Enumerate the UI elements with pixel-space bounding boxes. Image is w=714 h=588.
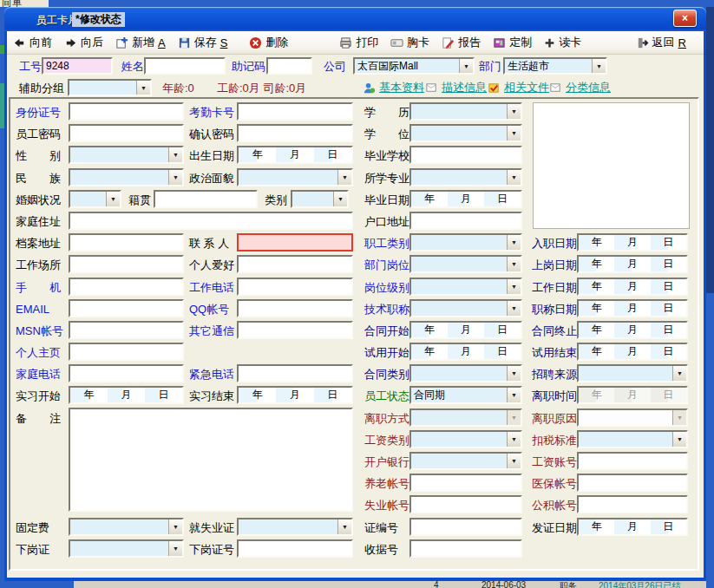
empno-input[interactable] — [42, 57, 113, 75]
date-part: 年 — [579, 301, 614, 316]
tab-basic-info[interactable]: 基本资料 — [363, 80, 424, 95]
chevron-down-icon: ▼ — [507, 257, 521, 271]
fixedfee-dropdown[interactable]: ▼ — [69, 518, 184, 536]
workphone-input[interactable] — [237, 278, 353, 296]
chevron-down-icon: ▼ — [507, 104, 521, 119]
remark-textarea[interactable] — [69, 408, 353, 512]
confirmpwd-input[interactable] — [237, 124, 353, 142]
fundacct-input[interactable] — [577, 495, 688, 513]
political-dropdown[interactable]: ▼ — [237, 168, 353, 186]
msn-input[interactable] — [69, 321, 184, 339]
leavereason-label: 离职原因 — [532, 411, 577, 426]
emergphone-input[interactable] — [237, 364, 353, 382]
salaryacct-input[interactable] — [577, 452, 688, 470]
degree-dropdown[interactable]: ▼ — [409, 124, 522, 142]
badge-button[interactable]: 胸卡 — [390, 35, 429, 50]
contractcat-dropdown[interactable]: ▼ — [409, 364, 522, 382]
save-button[interactable]: 保存S — [178, 35, 228, 50]
contractstart-date[interactable]: 年月日 — [409, 321, 522, 339]
aux-group-value — [69, 81, 136, 95]
aux-group-dropdown[interactable]: ▼ — [68, 79, 152, 96]
close-button[interactable]: × — [673, 10, 697, 27]
medicalacct-input[interactable] — [577, 474, 688, 492]
prev-button[interactable]: 向前 — [13, 35, 52, 50]
major-dropdown[interactable]: ▼ — [409, 168, 522, 186]
homephone-input[interactable] — [69, 364, 184, 382]
titledate-date[interactable]: 年月日 — [577, 299, 688, 317]
add-button[interactable]: 新增A — [115, 35, 166, 50]
name-input[interactable] — [144, 57, 226, 75]
category-dropdown[interactable]: ▼ — [291, 190, 349, 208]
empcat-dropdown[interactable]: ▼ — [409, 233, 522, 252]
fileaddr-input[interactable] — [69, 233, 184, 252]
empstatus-dropdown[interactable]: 合同期▼ — [409, 386, 522, 404]
unempcert-dropdown[interactable]: ▼ — [237, 518, 353, 536]
recruitsrc-dropdown[interactable]: ▼ — [577, 364, 688, 382]
edu-dropdown[interactable]: ▼ — [409, 102, 522, 121]
pension-input[interactable] — [409, 474, 522, 492]
workdate-date[interactable]: 年月日 — [577, 278, 688, 296]
unempacct-input[interactable] — [409, 495, 522, 513]
chevron-down-icon: ▼ — [507, 454, 521, 468]
othercomm-input[interactable] — [237, 321, 353, 339]
idcard-input[interactable] — [69, 102, 184, 121]
homeaddr-input[interactable] — [69, 212, 353, 230]
tab-classification[interactable]: 分类信息 — [549, 80, 611, 95]
trialend-date[interactable]: 年月日 — [577, 343, 688, 361]
birthdate-date[interactable]: 年月日 — [237, 146, 353, 164]
readcard-button[interactable]: 读卡 — [544, 35, 581, 50]
issuedate-date[interactable]: 年月日 — [577, 518, 688, 536]
graddate-date[interactable]: 年月日 — [409, 190, 522, 208]
add-icon — [115, 36, 128, 49]
qq-input[interactable] — [237, 299, 353, 317]
layoffcert-dropdown[interactable]: ▼ — [69, 539, 184, 558]
delete-button[interactable]: 删除 — [249, 35, 288, 50]
tab-description[interactable]: 描述信息 — [425, 80, 487, 95]
layoffno-input[interactable] — [237, 539, 353, 558]
attcard-input[interactable] — [237, 102, 353, 121]
techtitle-value — [411, 301, 507, 316]
ondutydate-date[interactable]: 年月日 — [577, 255, 688, 273]
techtitle-dropdown[interactable]: ▼ — [409, 299, 522, 317]
internstart-date[interactable]: 年月日 — [69, 386, 184, 404]
workplace-input[interactable] — [69, 255, 184, 273]
print-button[interactable]: 打印 — [339, 35, 378, 50]
homepage-input[interactable] — [69, 343, 184, 361]
dept-dropdown[interactable]: 生活超市▼ — [503, 57, 607, 75]
mnemonic-input[interactable] — [266, 57, 312, 75]
mobile-input[interactable] — [69, 278, 184, 296]
deptpos-dropdown[interactable]: ▼ — [409, 255, 522, 273]
receiptno-input[interactable] — [409, 539, 522, 558]
hukou-input[interactable] — [409, 212, 522, 230]
bank-dropdown[interactable]: ▼ — [409, 452, 522, 470]
emppwd-input[interactable] — [69, 124, 184, 142]
next-button[interactable]: 向后 — [64, 35, 103, 50]
homeaddr-label: 家庭住址 — [16, 214, 61, 229]
internstart-label: 实习开始 — [16, 389, 61, 403]
email-input[interactable] — [69, 299, 184, 317]
hobby-input[interactable] — [237, 255, 353, 273]
salarycat-dropdown[interactable]: ▼ — [409, 430, 522, 448]
fundacct-label: 公积帐号 — [532, 498, 577, 513]
back-button[interactable]: 返回R — [636, 35, 686, 50]
custom-button[interactable]: 定制 — [493, 35, 532, 50]
school-input[interactable] — [409, 146, 522, 164]
marital-dropdown[interactable]: ▼ — [69, 190, 121, 208]
native-input[interactable] — [154, 190, 258, 208]
poslevel-dropdown[interactable]: ▼ — [409, 278, 522, 296]
background-window-fragment: 间单 — [0, 0, 49, 7]
window-titlebar[interactable]: 员工卡片 *修改状态 × — [4, 7, 706, 31]
trialstart-date[interactable]: 年月日 — [409, 343, 522, 361]
chevron-down-icon: ▼ — [507, 410, 521, 425]
gender-dropdown[interactable]: ▼ — [69, 146, 184, 164]
report-button[interactable]: 报告 — [442, 35, 481, 50]
tab-related-files[interactable]: 相关文件 — [488, 80, 549, 95]
contractend-date[interactable]: 年月日 — [577, 321, 688, 339]
certno-input[interactable] — [409, 518, 522, 536]
internend-date[interactable]: 年月日 — [237, 386, 353, 404]
company-dropdown[interactable]: 太百国际Mall▼ — [353, 57, 475, 75]
taxstd-dropdown[interactable]: ▼ — [577, 430, 688, 448]
hiredate-date[interactable]: 年月日 — [577, 233, 688, 252]
ethnic-dropdown[interactable]: ▼ — [69, 168, 184, 186]
contact-input[interactable] — [237, 233, 353, 252]
